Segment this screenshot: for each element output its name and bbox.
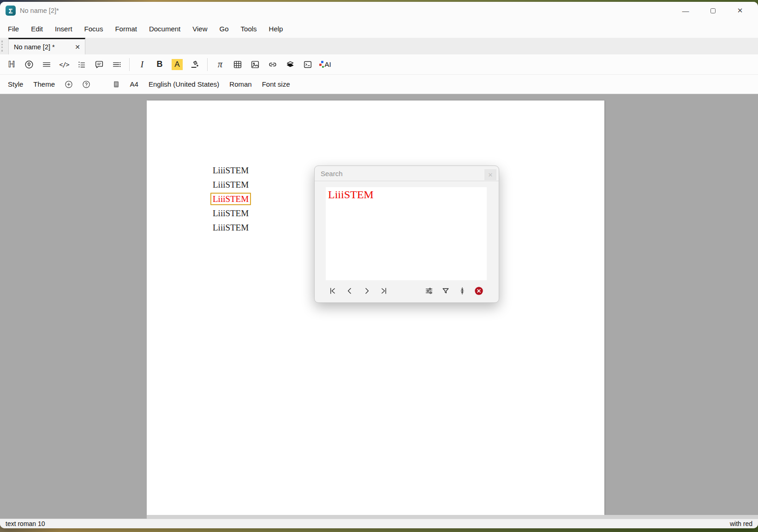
source-code-button[interactable]: </> (58, 58, 71, 71)
status-bar: text roman 10 with red (0, 519, 758, 528)
previous-match-button[interactable] (344, 285, 355, 297)
last-match-button[interactable] (378, 285, 389, 297)
toolbar-drag-handle[interactable] (1, 41, 3, 52)
math-button[interactable]: π (214, 58, 227, 71)
toolbar-separator (129, 58, 130, 71)
tab-close-icon[interactable]: ✕ (75, 43, 80, 51)
menu-format[interactable]: Format (115, 25, 137, 33)
document-tab[interactable]: No name [2] * ✕ (8, 38, 85, 54)
page-layout-button[interactable] (110, 77, 122, 91)
document-line[interactable]: LiiiSTEM (213, 163, 251, 177)
terminal-button[interactable] (302, 58, 314, 71)
menu-edit[interactable]: Edit (31, 25, 43, 33)
menu-insert[interactable]: Insert (55, 25, 72, 33)
next-match-button[interactable] (361, 285, 372, 297)
menu-file[interactable]: File (8, 25, 19, 33)
chevron-left-icon (345, 286, 354, 296)
plus-circle-icon (64, 80, 73, 89)
question-circle-icon (82, 80, 91, 89)
document-text-block: LiiiSTEM LiiiSTEM LiiiSTEM LiiiSTEM Liii… (213, 163, 251, 235)
document-page-icon (112, 80, 120, 89)
search-dialog: ✕ LiiiSTEM (314, 166, 499, 303)
fill-color-button[interactable] (189, 58, 201, 71)
menu-help[interactable]: Help (269, 25, 283, 33)
search-options-group (424, 285, 484, 297)
style-help-button[interactable] (80, 77, 93, 91)
search-dialog-header: ✕ (315, 166, 499, 181)
search-navigation-group (327, 285, 389, 297)
document-page[interactable]: LiiiSTEM LiiiSTEM LiiiSTEM LiiiSTEM Liii… (147, 100, 604, 515)
paragraph-button[interactable] (41, 58, 53, 71)
center-align-icon (458, 286, 467, 296)
app-window: Σ No name [2]* — ✕ File Edit Insert Focu… (0, 2, 758, 528)
menu-tools[interactable]: Tools (241, 25, 257, 33)
search-results-panel[interactable]: LiiiSTEM (326, 187, 487, 280)
maximize-button[interactable] (708, 6, 718, 16)
red-close-circle-icon (474, 286, 484, 296)
menu-document[interactable]: Document (149, 25, 180, 33)
search-cancel-button[interactable] (473, 285, 484, 297)
sliders-icon (424, 286, 434, 296)
location-pin-icon (24, 59, 34, 70)
insert-link-button[interactable] (267, 58, 279, 71)
outline-list-button[interactable] (76, 58, 88, 71)
title-bar: Σ No name [2]* — ✕ (0, 2, 758, 19)
bold-button[interactable]: B (154, 58, 166, 71)
ai-sparkle-icon (319, 61, 324, 68)
document-line[interactable]: LiiiSTEM (213, 220, 251, 235)
insert-table-button[interactable] (232, 58, 244, 71)
fold-button[interactable] (284, 58, 297, 71)
bold-icon: B (157, 59, 163, 69)
minimize-button[interactable]: — (680, 6, 691, 16)
format-toolbar: Style Theme A4 English (United States) R… (0, 75, 758, 94)
document-line[interactable]: LiiiSTEM (213, 177, 251, 192)
menu-focus[interactable]: Focus (84, 25, 103, 33)
search-filter-button[interactable] (440, 285, 451, 297)
menu-go[interactable]: Go (220, 25, 229, 33)
close-button[interactable]: ✕ (735, 6, 745, 16)
style-button[interactable]: Style (8, 80, 23, 88)
toolbar-separator (207, 58, 208, 71)
search-match-text: LiiiSTEM (326, 187, 487, 202)
scroll-to-match-button[interactable] (457, 285, 468, 297)
focus-pin-button[interactable] (23, 58, 36, 71)
ai-assistant-button[interactable]: AI (319, 58, 331, 71)
search-input[interactable] (315, 166, 482, 181)
numbered-list-icon (77, 59, 87, 70)
window-title: No name [2]* (20, 7, 59, 14)
link-icon (268, 59, 278, 70)
theme-button[interactable]: Theme (33, 80, 55, 88)
terminal-icon (303, 59, 313, 70)
horizontal-scrollbar[interactable] (147, 515, 758, 519)
italic-icon: I (141, 59, 143, 70)
code-icon: </> (59, 61, 69, 68)
heading-button[interactable]: ℍ (6, 58, 18, 71)
heading-icon: ℍ (8, 59, 15, 70)
font-size-button[interactable]: Font size (262, 80, 290, 88)
language-button[interactable]: English (United States) (149, 80, 219, 88)
document-line-highlighted[interactable]: LiiiSTEM (213, 192, 251, 206)
close-icon: ✕ (488, 171, 493, 178)
app-logo-icon: Σ (6, 6, 16, 16)
document-line[interactable]: LiiiSTEM (213, 206, 251, 220)
fields-button[interactable] (111, 58, 123, 71)
italic-button[interactable]: I (136, 58, 149, 71)
first-match-button[interactable] (327, 285, 338, 297)
comment-button[interactable] (93, 58, 106, 71)
search-dialog-close-button[interactable]: ✕ (484, 169, 496, 180)
menu-view[interactable]: View (192, 25, 207, 33)
filter-funnel-icon (441, 286, 450, 296)
paper-size-button[interactable]: A4 (130, 80, 138, 88)
ai-label: AI (325, 60, 331, 68)
add-style-button[interactable] (63, 77, 75, 91)
search-match-highlight: LiiiSTEM (210, 193, 251, 205)
window-controls: — ✕ (680, 6, 752, 16)
font-family-button[interactable]: Roman (229, 80, 251, 88)
document-canvas[interactable]: LiiiSTEM LiiiSTEM LiiiSTEM LiiiSTEM Liii… (0, 94, 758, 519)
skip-to-first-icon (328, 286, 337, 296)
insert-image-button[interactable] (249, 58, 262, 71)
search-settings-button[interactable] (424, 285, 435, 297)
text-color-button[interactable]: A (171, 58, 184, 71)
main-toolbar: ℍ </> I B A (0, 54, 758, 75)
paragraph-lines-icon (42, 59, 52, 70)
